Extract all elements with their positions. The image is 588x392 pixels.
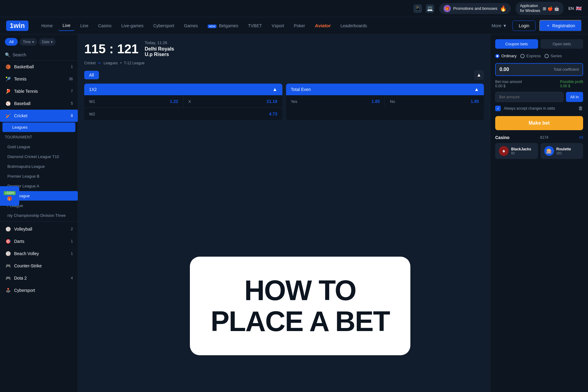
tournament-premier-b[interactable]: Premier League B	[0, 172, 78, 181]
bet-type-ordinary[interactable]: Ordinary	[495, 54, 517, 58]
coeff-value: 0.00	[499, 67, 509, 72]
radio-series	[545, 54, 549, 58]
tournament-diamond-cricket[interactable]: Diamond Cricket League T10	[0, 152, 78, 161]
sidebar-item-volleyball[interactable]: 🏐 Volleyball 2	[0, 223, 78, 235]
sidebar-item-beachvolley[interactable]: 🏐 Beach Volley 1	[0, 247, 78, 260]
bet-table-1x2-header: 1X2 ▲	[84, 84, 282, 95]
nav-casino[interactable]: Casino	[94, 21, 116, 31]
bet-table-total-even-title: Total Even	[291, 87, 311, 92]
volleyball-icon: 🏐	[5, 226, 11, 232]
bet-type-express[interactable]: Express	[520, 54, 541, 58]
nav-leaderboards[interactable]: Leaderboards	[336, 21, 371, 31]
sidebar-item-counterstrike[interactable]: 🎮 Counter-Strike	[0, 260, 78, 272]
tennis-icon: 🎾	[5, 76, 11, 82]
bet-table-1x2-collapse[interactable]: ▲	[273, 87, 277, 92]
casino-all-link[interactable]: All	[579, 135, 583, 140]
promotions-icon: 🎁	[443, 5, 451, 12]
nav-home[interactable]: Home	[37, 21, 57, 31]
chevron-down-icon: ▾	[32, 40, 34, 44]
tablet-icon[interactable]: 💻	[426, 4, 434, 13]
nav-more[interactable]: More ▼	[487, 21, 511, 31]
delete-icon[interactable]: 🗑	[578, 106, 583, 111]
accept-changes-row: ✓ Always accept changes in odds 🗑	[495, 106, 583, 111]
nav-aviator[interactable]: Aviator	[311, 21, 335, 31]
edit-icon[interactable]: ✏	[98, 61, 101, 65]
nav-live[interactable]: Live	[58, 21, 75, 31]
register-button[interactable]: ＋ Registration	[539, 20, 582, 32]
roulette-count: 101	[556, 151, 571, 155]
sidebar: All Time ▾ Date ▾ 🔍 Search 🏀 Basketball …	[0, 34, 78, 392]
nav-games[interactable]: Games	[180, 21, 202, 31]
bet-table-1x2: 1X2 ▲ W1 1.22 X 21.18 W2 4.	[84, 84, 282, 120]
tournament-gold-league[interactable]: Gold League	[0, 142, 78, 152]
all-filter-button[interactable]: All	[5, 38, 18, 46]
bet-cell-x[interactable]: X 21.18	[183, 95, 282, 107]
nav-tvbet[interactable]: TVBET	[244, 21, 266, 31]
nav-line[interactable]: Line	[76, 21, 92, 31]
gift-button[interactable]: +500% 🎁	[0, 186, 19, 206]
bet-label-w1: W1	[89, 99, 95, 104]
bet-table-total-even-collapse[interactable]: ▲	[474, 87, 479, 92]
leagues-item[interactable]: Leagues	[2, 123, 75, 132]
casino-game-roulette[interactable]: 🎰 Roulette 101	[541, 143, 583, 159]
bet-label-x: X	[188, 99, 191, 104]
tournament-brahmaputra[interactable]: Brahmaputra League	[0, 162, 78, 171]
language-selector[interactable]: EN 🇬🇧	[568, 6, 582, 11]
phone-icon[interactable]: 📱	[413, 4, 422, 13]
sidebar-item-basketball[interactable]: 🏀 Basketball 1	[0, 61, 78, 73]
possible-profit-label: Possible profit	[560, 80, 583, 84]
login-button[interactable]: Login	[512, 21, 536, 31]
nav-live-games[interactable]: Live-games	[117, 21, 148, 31]
tournament-county[interactable]: nty Championship Division Three	[0, 211, 78, 220]
accept-changes-checkbox[interactable]: ✓	[495, 106, 501, 111]
sidebar-item-cybersport[interactable]: 🕹️ Cybersport	[0, 284, 78, 296]
bet-cell-w1[interactable]: W1 1.22	[84, 95, 183, 107]
all-in-button[interactable]: All in	[566, 92, 583, 102]
sidebar-item-dota2[interactable]: 🎮 Dota 2 4	[0, 272, 78, 284]
bet-cell-w2[interactable]: W2 4.73	[84, 108, 282, 120]
radio-ordinary	[495, 54, 499, 58]
time-filter[interactable]: Time ▾	[20, 38, 37, 46]
sidebar-item-tabletennis[interactable]: 🏓 Table Tennis 7	[0, 85, 78, 97]
possible-profit-value: 0.00 $	[560, 84, 583, 88]
nav-betgames[interactable]: NEW Betgames	[203, 21, 243, 31]
nav-cybersport[interactable]: Cybersport	[149, 21, 178, 31]
promotions-fire-icon: 🔥	[500, 5, 507, 12]
main-nav: 1win Home Live Line Casino Live-games Cy…	[0, 17, 588, 34]
bet-all-button[interactable]: All	[84, 71, 99, 79]
sidebar-item-baseball[interactable]: ⚾ Baseball 5	[0, 97, 78, 110]
coupon-bets-tab[interactable]: Coupon bets	[495, 39, 538, 49]
coefficient-display: 0.00 Total coefficient	[495, 63, 583, 76]
bet-label-w2: W2	[89, 112, 95, 116]
bet-cell-no[interactable]: No 1.85	[385, 95, 484, 107]
windows-icon: ⊞	[543, 6, 546, 11]
blackjack-count: 82	[511, 151, 531, 155]
site-logo[interactable]: 1win	[6, 21, 28, 31]
date-filter[interactable]: Date ▾	[39, 38, 56, 46]
chevron-down-icon: ▼	[503, 23, 507, 28]
nav-poker[interactable]: Poker	[290, 21, 310, 31]
meta-divider: •	[120, 61, 121, 65]
bet-cell-yes[interactable]: Yes 1.85	[286, 95, 385, 107]
make-bet-button[interactable]: Make bet	[495, 116, 583, 130]
lang-code: EN	[568, 6, 574, 11]
sidebar-filters: All Time ▾ Date ▾	[0, 34, 78, 49]
bet-max-value: 0.00 $	[495, 84, 522, 88]
promotions-button[interactable]: 🎁 Promotions and bonuses 🔥	[439, 3, 511, 14]
bet-max-label: Bet max amount	[495, 80, 522, 84]
bet-max-row: Bet max amount 0.00 $ Possible profit 0.…	[495, 80, 583, 88]
bet-type-series[interactable]: Series	[545, 54, 562, 58]
blackjack-info: BlackJacks 82	[511, 147, 531, 155]
sidebar-item-cricket[interactable]: 🏏 Cricket 8	[0, 110, 78, 122]
cybersport-icon: 🕹️	[5, 287, 11, 293]
device-icons: 📱 💻	[413, 4, 434, 13]
nav-vsport[interactable]: Vsport	[267, 21, 288, 31]
search-bar[interactable]: 🔍 Search	[0, 49, 78, 61]
bet-collapse-button[interactable]: ▲	[474, 70, 484, 80]
sidebar-item-tennis[interactable]: 🎾 Tennis 36	[0, 73, 78, 85]
open-bets-tab[interactable]: Open bets	[541, 39, 583, 49]
casino-game-blackjack[interactable]: ♠ BlackJacks 82	[495, 143, 538, 159]
app-download-button[interactable]: Application for Windows ⊞ 🍎 🤖	[516, 2, 564, 15]
sidebar-item-darts[interactable]: 🎯 Darts 1	[0, 235, 78, 247]
bet-amount-input[interactable]	[495, 92, 564, 102]
